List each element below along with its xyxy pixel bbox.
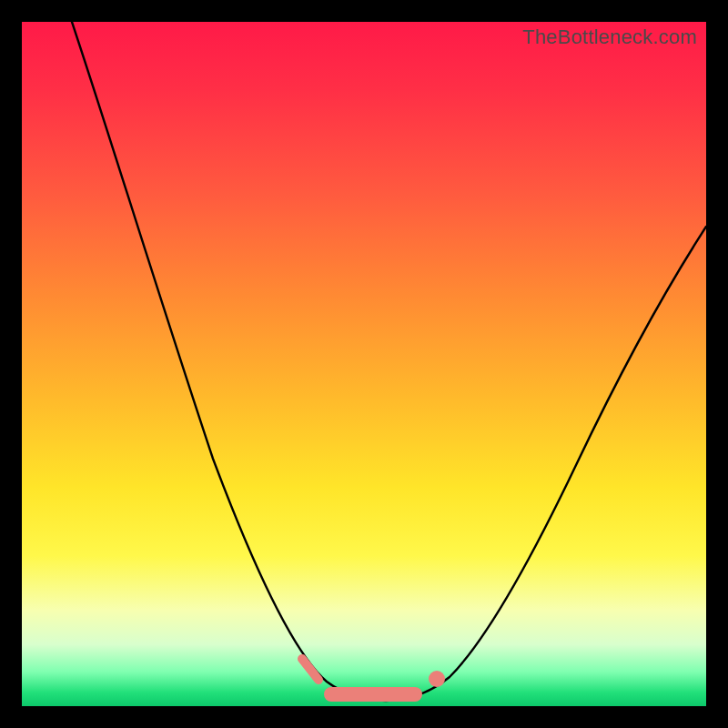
plot-area: TheBottleneck.com — [22, 22, 706, 706]
left-marker-segment — [302, 659, 318, 680]
curve-overlay — [22, 22, 706, 706]
right-marker-dot — [429, 671, 445, 687]
bottleneck-curve — [72, 22, 706, 701]
chart-frame: TheBottleneck.com — [0, 0, 728, 728]
